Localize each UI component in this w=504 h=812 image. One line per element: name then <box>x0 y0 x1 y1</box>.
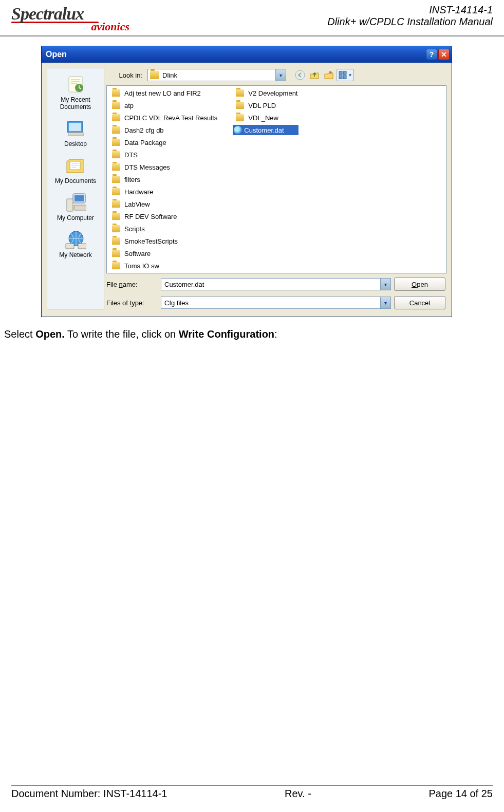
file-item[interactable]: Adj test new LO and FIR2 <box>109 88 218 98</box>
file-item[interactable]: DTS Messages <box>109 162 218 172</box>
footer-doc-number: Document Number: INST-14114-1 <box>11 788 167 800</box>
file-item[interactable]: Hardware <box>109 187 218 197</box>
recent-icon <box>65 73 86 95</box>
svg-rect-11 <box>66 244 74 249</box>
folder-icon <box>112 126 120 134</box>
file-item[interactable]: VDL_New <box>233 113 298 123</box>
filename-input[interactable]: Customer.dat ▾ <box>161 278 391 290</box>
up-button[interactable] <box>308 69 321 81</box>
svg-point-13 <box>295 70 305 80</box>
svg-rect-7 <box>74 195 84 201</box>
file-item-label: filters <box>124 176 140 183</box>
file-item[interactable]: V2 Development <box>233 88 298 98</box>
file-item-label: atp <box>124 102 134 109</box>
svg-rect-12 <box>78 244 86 249</box>
folder-icon <box>150 71 159 79</box>
file-item-label: SmokeTestScripts <box>124 237 178 245</box>
desktop-icon <box>65 118 86 139</box>
view-menu-button[interactable]: ▼ <box>337 69 354 81</box>
file-item[interactable]: Software <box>109 248 218 259</box>
file-item[interactable]: Customer.dat <box>233 125 298 135</box>
folder-icon <box>112 176 120 183</box>
network-icon <box>65 229 86 250</box>
folder-icon <box>236 102 244 109</box>
close-button[interactable]: ✕ <box>438 49 450 60</box>
file-list[interactable]: Adj test new LO and FIR2atpCPDLC VDL Rev… <box>106 85 446 273</box>
folder-icon <box>112 237 120 245</box>
doc-header-meta: INST-14114-1 Dlink+ w/CPDLC Installation… <box>327 4 493 28</box>
file-item[interactable]: Toms IO sw <box>109 261 218 271</box>
file-item[interactable]: VDL PLD <box>233 100 298 110</box>
lookin-value: Dlink <box>161 71 275 79</box>
file-item[interactable]: Dash2 cfg db <box>109 125 218 135</box>
footer-page: Page 14 of 25 <box>428 788 493 800</box>
instruction-text: Select Open. To write the file, click on… <box>4 328 500 340</box>
filetype-select[interactable]: Cfg files ▾ <box>161 297 391 309</box>
folder-icon <box>112 200 120 208</box>
file-item-label: Toms IO sw <box>124 262 159 270</box>
place-recent[interactable]: My Recent Documents <box>47 71 104 113</box>
computer-icon <box>65 192 86 213</box>
file-item-label: Software <box>124 250 151 257</box>
folder-icon <box>112 114 120 121</box>
page-header: Spectralux avionics INST-14114-1 Dlink+ … <box>0 0 504 36</box>
file-item-label: Dash2 cfg db <box>124 126 164 134</box>
new-folder-button[interactable] <box>322 69 335 81</box>
svg-rect-14 <box>339 71 342 75</box>
chevron-down-icon[interactable]: ▾ <box>380 297 390 308</box>
open-button[interactable]: Open <box>394 278 445 291</box>
place-documents[interactable]: My Documents <box>47 153 104 187</box>
file-item-label: DTS Messages <box>124 163 170 171</box>
close-icon: ✕ <box>441 50 447 59</box>
help-button[interactable]: ? <box>426 49 437 60</box>
place-label: My Network <box>59 251 91 259</box>
cancel-button[interactable]: Cancel <box>394 296 445 309</box>
file-item-label: Scripts <box>124 225 145 233</box>
doc-title: Dlink+ w/CPDLC Installation Manual <box>327 16 493 28</box>
file-item[interactable]: Scripts <box>109 224 218 234</box>
file-item-label: DTS <box>124 151 138 159</box>
folder-icon <box>112 262 120 269</box>
file-item-label: Adj test new LO and FIR2 <box>124 89 201 97</box>
folder-icon <box>112 139 120 146</box>
places-bar: My Recent Documents Desktop My Documents <box>47 68 104 309</box>
file-item[interactable]: LabView <box>109 199 218 209</box>
dat-file-icon <box>234 126 242 134</box>
dialog-titlebar[interactable]: Open ? ✕ <box>42 46 452 63</box>
dialog-title: Open <box>46 50 425 59</box>
file-item[interactable]: filters <box>109 174 218 184</box>
file-item[interactable]: atp <box>109 100 218 110</box>
folder-icon <box>112 163 120 171</box>
file-item-label: Data Package <box>124 139 166 146</box>
chevron-down-icon[interactable]: ▾ <box>275 69 286 81</box>
svg-rect-16 <box>339 76 342 79</box>
file-item-label: LabView <box>124 200 150 208</box>
file-item[interactable]: CPDLC VDL RevA Test Results <box>109 113 218 123</box>
place-desktop[interactable]: Desktop <box>47 116 104 150</box>
svg-rect-9 <box>74 205 86 210</box>
folder-icon <box>112 102 120 109</box>
open-file-dialog: Open ? ✕ My Recent Documents Desktop <box>41 46 452 317</box>
file-item[interactable]: RF DEV Software <box>109 211 218 222</box>
back-button[interactable] <box>293 69 307 81</box>
place-network[interactable]: My Network <box>47 227 104 261</box>
place-computer[interactable]: My Computer <box>47 190 104 224</box>
folder-icon <box>112 250 120 257</box>
chevron-down-icon[interactable]: ▾ <box>380 279 390 290</box>
file-item[interactable]: Data Package <box>109 137 218 147</box>
folder-icon <box>112 213 120 220</box>
svg-rect-3 <box>69 123 81 131</box>
svg-rect-4 <box>68 133 84 136</box>
file-item[interactable]: DTS <box>109 150 218 160</box>
place-label: My Recent Documents <box>47 96 104 110</box>
file-item-label: CPDLC VDL RevA Test Results <box>124 114 217 122</box>
svg-rect-8 <box>67 199 73 211</box>
lookin-combo[interactable]: Dlink ▾ <box>147 69 286 81</box>
folder-icon <box>112 225 120 232</box>
place-label: Desktop <box>64 140 87 147</box>
file-item-label: RF DEV Software <box>124 213 177 220</box>
place-label: My Computer <box>57 214 94 222</box>
lookin-label: Look in: <box>108 71 144 79</box>
folder-icon <box>112 188 120 195</box>
file-item[interactable]: SmokeTestScripts <box>109 236 218 246</box>
